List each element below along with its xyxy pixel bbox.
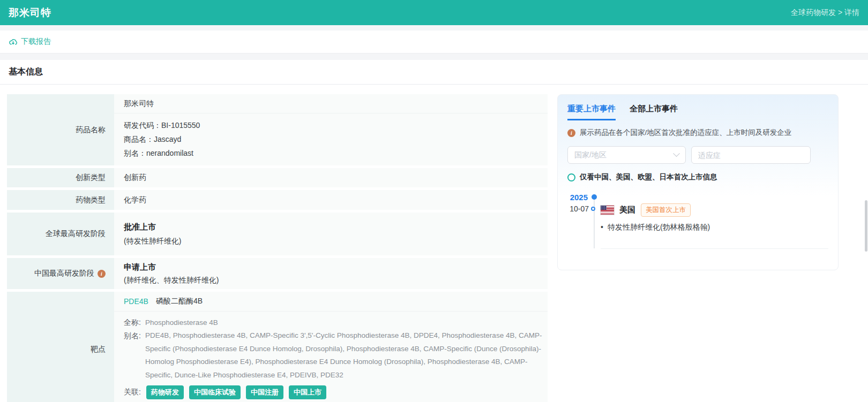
cloud-download-icon: [9, 37, 18, 47]
basic-info-table: 药品名称 那米司特 研发代码：BI-1015550 商品名：Jascayd 别名…: [7, 94, 548, 402]
detail-line: 别名：nerandomilast: [124, 146, 540, 160]
section-bar: 基本信息: [0, 60, 868, 85]
target-gene-cn: 磷酸二酯酶4B: [156, 297, 203, 306]
detail-line: 商品名：Jascayd: [124, 132, 540, 146]
relation-tag-china-registration[interactable]: 中国注册: [246, 385, 283, 399]
indication-input[interactable]: [691, 146, 811, 164]
chevron-down-icon: [673, 150, 680, 157]
timeline-indication: 特发性肺纤维化(勃林格殷格翰): [601, 223, 710, 232]
china-stage-value: 申请上市: [124, 260, 540, 274]
timeline-year-dot: [592, 194, 597, 200]
target-alias-line: 别名:PDE4B, Phosphodiesterase 4B, CAMP-Spe…: [124, 329, 543, 382]
table-row-drug-type: 药物类型 化学药: [7, 190, 548, 210]
drug-type-value: 化学药: [114, 190, 548, 210]
relation-tag-china-clinical-trial[interactable]: 中国临床试验: [189, 385, 241, 399]
target-gene-link[interactable]: PDE4B: [124, 297, 148, 306]
row-label: 全球最高研发阶段: [7, 213, 114, 255]
radio-button[interactable]: [567, 173, 575, 181]
table-row-china-stage: 中国最高研发阶段 i 申请上市 (肺纤维化、特发性肺纤维化): [7, 258, 548, 289]
china-stage-indications: (肺纤维化、特发性肺纤维化): [124, 274, 540, 287]
info-icon[interactable]: i: [98, 270, 106, 278]
drug-name-primary: 那米司特: [114, 94, 548, 113]
country-region-placeholder: 国家/地区: [574, 150, 607, 160]
row-label: 创新类型: [7, 168, 114, 187]
events-note: i 展示药品在各个国家/地区首次批准的适应症、上市时间及研发企业: [567, 128, 828, 138]
info-icon: i: [567, 129, 575, 137]
country-region-select[interactable]: 国家/地区: [567, 146, 686, 164]
table-row-drug-name: 药品名称 那米司特 研发代码：BI-1015550 商品名：Jascayd 别名…: [7, 94, 548, 165]
content-area: 药品名称 那米司特 研发代码：BI-1015550 商品名：Jascayd 别名…: [0, 85, 868, 402]
listing-timeline: 2025 10-07 美国 美国首次上市 特发性肺纤维化(勃林格殷格翰): [567, 193, 828, 253]
timeline-rail: [594, 198, 595, 248]
global-stage-value: 批准上市: [124, 219, 540, 234]
events-filters: 国家/地区: [567, 146, 828, 164]
tab-all-listing-events[interactable]: 全部上市事件: [630, 104, 678, 120]
table-row-global-stage: 全球最高研发阶段 批准上市 (特发性肺纤维化): [7, 213, 548, 255]
tab-important-listing-events[interactable]: 重要上市事件: [567, 104, 616, 120]
detail-line: 研发代码：BI-1015550: [124, 118, 540, 132]
download-report-button[interactable]: 下载报告: [9, 37, 51, 47]
drug-name-details: 研发代码：BI-1015550 商品名：Jascayd 别名：nerandomi…: [114, 113, 548, 165]
row-label: 中国最高研发阶段: [34, 269, 94, 278]
events-note-text: 展示药品在各个国家/地区首次批准的适应症、上市时间及研发企业: [580, 128, 791, 138]
row-label: 药品名称: [7, 94, 114, 165]
app-header: 那米司特 全球药物研发 > 详情: [0, 0, 868, 25]
row-label: 药物类型: [7, 190, 114, 210]
target-relations: 关联: 药物研发 中国临床试验 中国注册 中国上市: [124, 385, 543, 399]
target-full-name-line: 全称:Phosphodiesterase 4B: [124, 316, 543, 329]
download-report-label: 下载报告: [21, 37, 51, 47]
row-label: 靶点: [7, 292, 114, 402]
divider-strip: [0, 54, 868, 60]
radio-label: 仅看中国、美国、欧盟、日本首次上市信息: [580, 172, 717, 182]
relation-tag-drug-rd[interactable]: 药物研发: [146, 385, 184, 399]
events-tabs: 重要上市事件 全部上市事件: [567, 104, 828, 120]
table-row-target: 靶点 PDE4B 磷酸二酯酶4B 全称:Phosphodiesterase 4B…: [7, 292, 548, 402]
divider-strip: [0, 25, 868, 31]
timeline-divider: [601, 248, 828, 249]
timeline-event: 美国 美国首次上市: [601, 203, 691, 217]
scrollbar-thumb[interactable]: [865, 200, 867, 252]
us-flag-icon: [601, 206, 614, 215]
table-row-innovation-type: 创新类型 创新药: [7, 168, 548, 187]
listing-events-card: 重要上市事件 全部上市事件 i 展示药品在各个国家/地区首次批准的适应症、上市时…: [557, 94, 839, 270]
relation-tag-china-listed[interactable]: 中国上市: [289, 385, 326, 399]
section-title: 基本信息: [9, 66, 43, 78]
global-stage-indications: (特发性肺纤维化): [124, 234, 540, 248]
breadcrumb[interactable]: 全球药物研发 > 详情: [791, 8, 859, 18]
timeline-year: 2025: [567, 193, 588, 202]
timeline-country: 美国: [619, 205, 635, 215]
download-bar: 下载报告: [0, 31, 868, 54]
innovation-type-value: 创新药: [114, 168, 548, 187]
first-listing-filter: 仅看中国、美国、欧盟、日本首次上市信息: [567, 172, 828, 182]
first-listing-badge: 美国首次上市: [641, 203, 691, 217]
timeline-event-dot: [591, 207, 595, 211]
page-title: 那米司特: [9, 6, 51, 20]
timeline-date: 10-07: [567, 204, 589, 213]
